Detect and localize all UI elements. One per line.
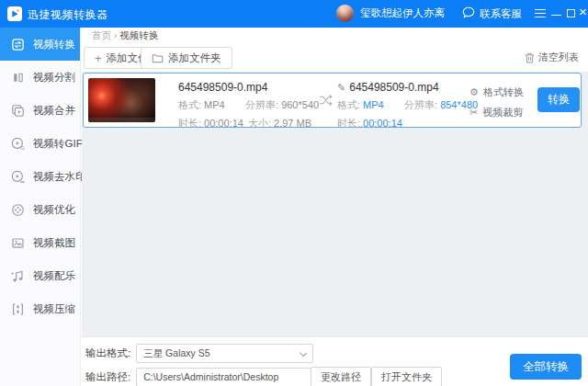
source-file-info: 645498509-0.mp4 格式:MP4 分辨率:960*540 时长:00… bbox=[178, 81, 319, 131]
output-path-input[interactable]: C:\Users\Administrator\Desktop bbox=[136, 368, 313, 386]
output-file-info: ✎645498509-0.mp4 格式:MP4 分辨率:854*480 时长:0… bbox=[337, 81, 478, 131]
file-row[interactable]: 645498509-0.mp4 格式:MP4 分辨率:960*540 时长:00… bbox=[83, 73, 582, 128]
sidebar: 视频转换 视频分割 视频合并 G 视频转GIF 视频去水印 视频优化 视频截图 bbox=[0, 28, 81, 386]
file-list-panel: 645498509-0.mp4 格式:MP4 分辨率:960*540 时长:00… bbox=[82, 72, 588, 336]
video-crop-option[interactable]: ✂ 视频裁剪 bbox=[469, 106, 524, 119]
source-size-label: 大小: bbox=[248, 118, 271, 129]
sidebar-item-label: 视频截图 bbox=[33, 236, 75, 250]
video-watermark-remove-icon bbox=[10, 169, 26, 185]
sidebar-item-label: 视频合并 bbox=[33, 104, 75, 118]
toolbar: + 添加文件 添加文件夹 清空列表 bbox=[82, 43, 588, 72]
app-logo-icon bbox=[7, 6, 22, 24]
app-title: 迅捷视频转换器 bbox=[28, 7, 108, 23]
sidebar-item-label: 视频转GIF bbox=[33, 137, 83, 151]
app-window: 迅捷视频转换器 玺歌想起伊人亦离 联系客服 × 视频转换 视频分割 视频合并 bbox=[0, 0, 588, 386]
output-path-field-label: 输出路径: bbox=[85, 370, 130, 384]
convert-all-button[interactable]: 全部转换 bbox=[510, 354, 582, 380]
output-format-value[interactable]: MP4 bbox=[363, 99, 384, 110]
sidebar-item-video-watermark-remove[interactable]: 视频去水印 bbox=[0, 160, 80, 193]
plus-icon: + bbox=[95, 52, 102, 64]
video-optimize-icon bbox=[10, 202, 26, 218]
close-icon[interactable]: × bbox=[579, 5, 588, 18]
source-file-name: 645498509-0.mp4 bbox=[178, 81, 319, 94]
user-avatar[interactable] bbox=[336, 5, 354, 22]
source-resolution-value: 960*540 bbox=[281, 99, 319, 110]
video-to-gif-icon: G bbox=[10, 136, 26, 152]
output-duration-value[interactable]: 00:00:14 bbox=[363, 118, 402, 129]
sidebar-item-label: 视频配乐 bbox=[33, 269, 75, 283]
sidebar-item-video-screenshot[interactable]: 视频截图 bbox=[0, 226, 80, 259]
chat-bubble-icon bbox=[462, 6, 475, 21]
video-crop-label: 视频裁剪 bbox=[482, 106, 523, 119]
video-thumbnail[interactable] bbox=[88, 78, 155, 122]
sidebar-item-video-convert[interactable]: 视频转换 bbox=[0, 28, 80, 61]
video-compress-icon bbox=[10, 301, 26, 317]
sidebar-item-video-merge[interactable]: 视频合并 bbox=[0, 94, 80, 127]
sidebar-item-video-music[interactable]: 视频配乐 bbox=[0, 259, 80, 292]
video-screenshot-icon bbox=[10, 235, 26, 251]
sidebar-item-label: 视频压缩 bbox=[33, 302, 75, 316]
video-merge-icon bbox=[10, 103, 26, 119]
contact-service-label: 联系客服 bbox=[480, 7, 522, 21]
contact-service-button[interactable]: 联系客服 bbox=[462, 6, 522, 21]
source-size-value: 2.97 MB bbox=[274, 118, 311, 129]
source-resolution-label: 分辨率: bbox=[245, 99, 278, 110]
sidebar-item-label: 视频去水印 bbox=[33, 170, 86, 184]
video-split-icon bbox=[10, 70, 26, 85]
gear-icon: ⚙ bbox=[469, 87, 479, 97]
convert-arrows-icon bbox=[319, 94, 334, 109]
output-resolution-label: 分辨率: bbox=[404, 99, 437, 110]
convert-button[interactable]: 转换 bbox=[537, 87, 580, 112]
breadcrumb-home[interactable]: 首页 bbox=[92, 29, 111, 40]
breadcrumb-current: 视频转换 bbox=[119, 29, 158, 40]
menu-icon[interactable] bbox=[535, 9, 546, 17]
sidebar-item-video-compress[interactable]: 视频压缩 bbox=[0, 292, 80, 325]
source-duration-label: 时长: bbox=[178, 118, 201, 129]
sidebar-item-label: 视频优化 bbox=[33, 203, 75, 217]
video-music-icon bbox=[10, 268, 26, 284]
change-path-button[interactable]: 更改路径 bbox=[311, 367, 371, 386]
sidebar-item-video-split[interactable]: 视频分割 bbox=[0, 61, 80, 94]
source-format-value: MP4 bbox=[204, 99, 225, 110]
chevron-down-icon bbox=[300, 349, 307, 357]
open-folder-button[interactable]: 打开文件夹 bbox=[371, 367, 442, 386]
format-convert-option[interactable]: ⚙ 格式转换 bbox=[469, 85, 524, 99]
minimize-icon[interactable] bbox=[551, 15, 561, 16]
user-account[interactable]: 玺歌想起伊人亦离 bbox=[336, 5, 445, 22]
format-convert-label: 格式转换 bbox=[483, 85, 524, 99]
title-bar: 迅捷视频转换器 玺歌想起伊人亦离 联系客服 × bbox=[0, 0, 588, 28]
source-duration-value: 00:00:14 bbox=[204, 118, 243, 129]
output-format-label: 格式: bbox=[337, 99, 360, 110]
sidebar-item-label: 视频转换 bbox=[33, 38, 75, 51]
add-folder-label: 添加文件夹 bbox=[168, 51, 221, 65]
clear-list-label: 清空列表 bbox=[538, 51, 579, 64]
row-options: ⚙ 格式转换 ✂ 视频裁剪 bbox=[469, 85, 524, 126]
output-file-name[interactable]: 645498509-0.mp4 bbox=[349, 81, 438, 94]
video-convert-icon bbox=[10, 37, 26, 52]
clear-list-button[interactable]: 清空列表 bbox=[525, 51, 579, 64]
breadcrumb-separator: › bbox=[114, 29, 118, 40]
main-area: 首页 › 视频转换 + 添加文件 添加文件夹 清空列表 bbox=[82, 28, 588, 386]
maximize-icon[interactable] bbox=[567, 9, 575, 17]
footer-bar: 输出格式: 三星 Galaxy S5 输出路径: C:\Users\Admini… bbox=[82, 336, 588, 386]
source-format-label: 格式: bbox=[178, 99, 201, 110]
sidebar-item-video-optimize[interactable]: 视频优化 bbox=[0, 193, 80, 226]
output-format-select[interactable]: 三星 Galaxy S5 bbox=[136, 344, 313, 363]
edit-pencil-icon[interactable]: ✎ bbox=[337, 82, 345, 93]
folder-icon bbox=[152, 53, 164, 63]
trash-icon bbox=[525, 52, 535, 63]
add-folder-button[interactable]: 添加文件夹 bbox=[141, 47, 232, 69]
scissors-icon: ✂ bbox=[469, 108, 478, 118]
output-format-field-label: 输出格式: bbox=[85, 346, 130, 360]
user-name: 玺歌想起伊人亦离 bbox=[360, 6, 445, 20]
sidebar-item-video-to-gif[interactable]: G 视频转GIF bbox=[0, 127, 80, 160]
output-format-selected-value: 三星 Galaxy S5 bbox=[143, 347, 209, 358]
breadcrumb: 首页 › 视频转换 bbox=[82, 28, 588, 43]
sidebar-item-label: 视频分割 bbox=[33, 71, 75, 85]
app-logo: 迅捷视频转换器 bbox=[7, 6, 108, 24]
output-duration-label: 时长: bbox=[337, 118, 360, 129]
svg-text:G: G bbox=[20, 144, 25, 150]
